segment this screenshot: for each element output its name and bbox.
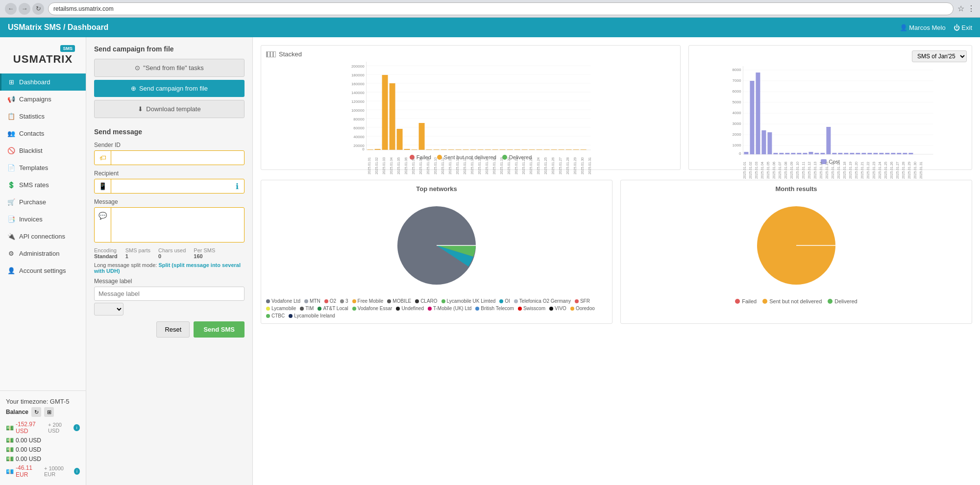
svg-text:2025.01.22: 2025.01.22 bbox=[522, 157, 525, 174]
sender-id-input[interactable] bbox=[111, 151, 244, 165]
form-actions: Reset Send SMS bbox=[94, 321, 245, 338]
balance-copy-button[interactable]: ⊞ bbox=[44, 407, 54, 417]
contacts-icon: 👥 bbox=[7, 130, 15, 137]
period-select[interactable]: SMS of Jan'25 bbox=[912, 50, 967, 62]
network-legend: Vodafone Ltd MTN O2 3 bbox=[266, 298, 607, 318]
net-sfr: SFR bbox=[575, 298, 590, 304]
month-results-container: Month results Failed bbox=[620, 180, 972, 324]
month-legend-sent: Sent but not delivered bbox=[762, 298, 822, 304]
balance-header: Balance ↻ ⊞ bbox=[6, 407, 80, 417]
sidebar-item-api[interactable]: 🔌 API connections bbox=[0, 228, 86, 245]
send-campaign-button[interactable]: ⊕ Send campaign from file bbox=[94, 80, 245, 97]
balance-plus-5: + 10000 EUR bbox=[44, 465, 72, 477]
balance-value-4: 0.00 USD bbox=[16, 456, 41, 462]
split-label: Long message split mode: bbox=[94, 262, 157, 268]
svg-text:2025.01.20: 2025.01.20 bbox=[855, 162, 858, 179]
download-template-button[interactable]: ⬇ Download template bbox=[94, 100, 245, 118]
top-networks-container: Top networks bbox=[261, 180, 612, 324]
month-delivered-label: Delivered bbox=[834, 298, 857, 304]
sender-id-group: Sender ID 🏷 bbox=[94, 142, 245, 165]
split-mode-info: Long message split mode: Split (split me… bbox=[94, 262, 245, 274]
send-message-title: Send message bbox=[94, 128, 245, 136]
sidebar-item-invoices[interactable]: 📑 Invoices bbox=[0, 211, 86, 228]
balance-value-3: 0.00 USD bbox=[16, 446, 41, 453]
forward-button[interactable]: → bbox=[19, 3, 30, 15]
message-label-input[interactable] bbox=[94, 287, 245, 301]
sidebar-item-statistics[interactable]: 📋 Statistics bbox=[0, 108, 86, 125]
sidebar-item-purchase[interactable]: 🛒 Purchase bbox=[0, 194, 86, 211]
user-menu[interactable]: 👤 Marcos Melo bbox=[900, 24, 946, 31]
balance-flag-3: 💵 bbox=[6, 446, 14, 453]
svg-rect-124 bbox=[868, 153, 872, 154]
svg-rect-103 bbox=[744, 152, 749, 154]
svg-rect-22 bbox=[382, 75, 388, 150]
svg-text:2025.01.05: 2025.01.05 bbox=[397, 157, 400, 174]
month-legend-failed: Failed bbox=[735, 298, 757, 304]
sidebar-label-purchase: Purchase bbox=[19, 198, 46, 206]
sidebar-item-administration[interactable]: ⚙ Administration bbox=[0, 245, 86, 262]
chars-stat: Chars used 0 bbox=[158, 247, 186, 259]
net-undefined: Undefined bbox=[396, 306, 424, 311]
svg-text:2025.01.10: 2025.01.10 bbox=[434, 157, 437, 174]
url-bar[interactable]: retailsms.usmatrix.com bbox=[48, 2, 954, 15]
net-dot-lycamobile bbox=[266, 307, 270, 311]
sidebar-label-smsrates: SMS rates bbox=[19, 181, 49, 189]
net-bt: British Telecom bbox=[475, 306, 514, 311]
net-label-sfr: SFR bbox=[580, 298, 590, 304]
net-free-mobile: Free Mobile bbox=[352, 298, 384, 304]
svg-text:2025.01.25: 2025.01.25 bbox=[544, 157, 547, 174]
svg-text:2025.01.16: 2025.01.16 bbox=[478, 157, 481, 174]
app-header: USMatrix SMS / Dashboard 👤 Marcos Melo ⏻… bbox=[0, 18, 980, 37]
svg-text:2025.01.24: 2025.01.24 bbox=[879, 162, 882, 179]
svg-text:2025.01.03: 2025.01.03 bbox=[755, 162, 759, 179]
svg-rect-130 bbox=[903, 153, 907, 154]
country-select[interactable] bbox=[94, 303, 123, 315]
message-icon: 💬 bbox=[95, 208, 111, 242]
cost-chart-legend: Cost bbox=[694, 159, 967, 165]
svg-text:2025.01.02: 2025.01.02 bbox=[749, 162, 753, 179]
balance-info-1[interactable]: i bbox=[74, 424, 80, 431]
svg-text:2025.01.04: 2025.01.04 bbox=[761, 162, 764, 179]
sidebar-label-templates: Templates bbox=[19, 164, 48, 171]
sidebar-item-contacts[interactable]: 👥 Contacts bbox=[0, 125, 86, 142]
reset-button[interactable]: Reset bbox=[156, 321, 190, 338]
sidebar-item-account-settings[interactable]: 👤 Account settings bbox=[0, 262, 86, 279]
svg-text:2025.01.27: 2025.01.27 bbox=[559, 157, 562, 174]
svg-text:2025.01.21: 2025.01.21 bbox=[514, 157, 518, 174]
templates-icon: 📄 bbox=[7, 164, 15, 171]
net-label-oi: OI bbox=[505, 298, 510, 304]
sidebar-item-blacklist[interactable]: 🚫 Blacklist bbox=[0, 142, 86, 159]
reload-button[interactable]: ↻ bbox=[32, 3, 44, 15]
svg-text:2025.01.08: 2025.01.08 bbox=[784, 162, 788, 179]
tasks-button[interactable]: ⊙ "Send from file" tasks bbox=[94, 59, 245, 77]
send-sms-button[interactable]: Send SMS bbox=[194, 321, 245, 338]
send-campaign-icon: ⊕ bbox=[131, 85, 136, 92]
sidebar-item-sms-rates[interactable]: 💲 SMS rates bbox=[0, 176, 86, 194]
svg-text:2025.01.07: 2025.01.07 bbox=[779, 162, 782, 179]
sender-id-label: Sender ID bbox=[94, 142, 245, 148]
svg-text:180000: 180000 bbox=[351, 73, 365, 77]
delivered-label: Delivered bbox=[509, 154, 532, 160]
svg-rect-131 bbox=[909, 153, 913, 154]
svg-text:2025.01.17: 2025.01.17 bbox=[485, 157, 489, 174]
back-button[interactable]: ← bbox=[5, 3, 17, 15]
exit-button[interactable]: ⏻ Exit bbox=[954, 24, 972, 31]
balance-refresh-button[interactable]: ↻ bbox=[31, 407, 41, 417]
balance-info-5[interactable]: i bbox=[74, 468, 80, 475]
sidebar-item-dashboard[interactable]: ⊞ Dashboard bbox=[0, 73, 86, 91]
net-dot-oi bbox=[499, 299, 503, 303]
net-dot-3 bbox=[340, 299, 344, 303]
svg-text:2025.01.16: 2025.01.16 bbox=[832, 162, 835, 179]
recipient-info-button[interactable]: ℹ bbox=[230, 182, 244, 191]
sidebar-label-invoices: Invoices bbox=[19, 216, 43, 223]
statistics-icon: 📋 bbox=[7, 113, 15, 120]
svg-text:6000: 6000 bbox=[733, 89, 741, 94]
recipient-input[interactable] bbox=[111, 180, 230, 193]
svg-text:2025.01.26: 2025.01.26 bbox=[551, 157, 555, 174]
message-textarea[interactable] bbox=[111, 208, 244, 242]
sidebar-item-campaigns[interactable]: 📢 Campaigns bbox=[0, 91, 86, 108]
sidebar-item-templates[interactable]: 📄 Templates bbox=[0, 159, 86, 176]
svg-text:80000: 80000 bbox=[353, 117, 365, 121]
net-label-undefined: Undefined bbox=[401, 306, 424, 311]
svg-text:2025.01.20: 2025.01.20 bbox=[507, 157, 511, 174]
